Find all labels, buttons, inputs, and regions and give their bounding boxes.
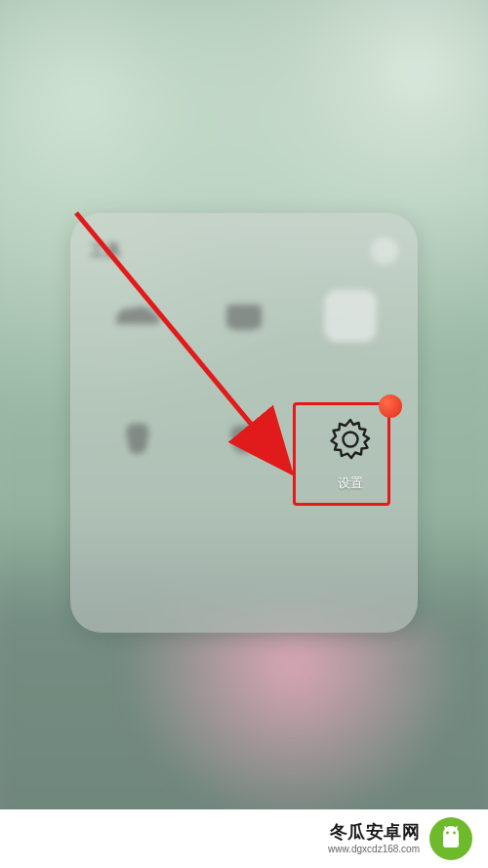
watermark-bar: 冬瓜安卓网 www.dgxcdz168.com	[0, 809, 488, 868]
app-icon-2	[215, 287, 273, 346]
app-icon-4	[108, 410, 167, 469]
notification-badge	[379, 394, 402, 418]
folder-title: 工具	[90, 241, 121, 262]
app-cell-2[interactable]	[196, 287, 291, 381]
svg-rect-0	[226, 305, 262, 328]
app-cell-3[interactable]	[304, 287, 398, 381]
app-cell-5[interactable]	[196, 410, 291, 504]
folder-add-button[interactable]	[371, 237, 398, 265]
app-cell-1[interactable]	[90, 287, 184, 381]
app-label-settings: 设置	[338, 475, 363, 492]
folder-grid: 设置	[90, 287, 398, 504]
app-icon-3	[321, 287, 380, 346]
watermark-url: www.dgxcdz168.com	[328, 844, 420, 855]
watermark-logo-icon	[429, 817, 472, 860]
app-folder-panel[interactable]: 工具	[70, 213, 418, 633]
app-icon-5	[215, 410, 273, 469]
svg-rect-1	[232, 326, 256, 330]
app-icon-1	[108, 287, 167, 346]
gear-icon	[321, 410, 380, 469]
app-cell-settings[interactable]: 设置	[304, 410, 398, 504]
watermark-title: 冬瓜安卓网	[330, 822, 421, 844]
svg-point-2	[344, 433, 358, 447]
status-bar	[0, 0, 488, 33]
svg-point-6	[453, 832, 456, 835]
svg-point-5	[446, 832, 449, 835]
app-cell-4[interactable]	[90, 410, 184, 504]
folder-header: 工具	[90, 234, 398, 268]
wallpaper-accent	[122, 625, 464, 824]
